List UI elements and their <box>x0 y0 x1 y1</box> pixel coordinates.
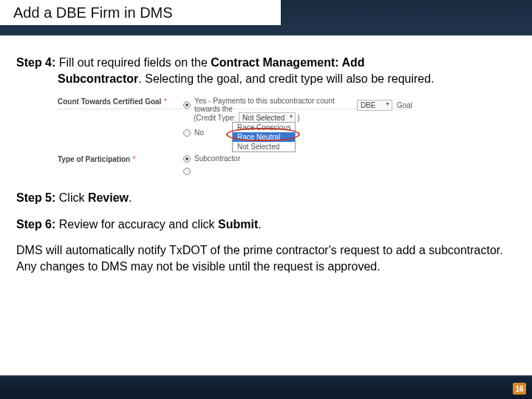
step4-t1: Fill out required fields on the <box>55 56 211 69</box>
step4-t2: . Selecting the goal, and credit type wi… <box>138 72 434 85</box>
type-label: Type of Participation <box>58 155 130 163</box>
goal-select[interactable]: DBE <box>357 100 392 111</box>
step5-b1: Review <box>88 191 129 204</box>
step4-text: Step 4: Fill out required fields on the … <box>16 55 516 86</box>
page-number: 16 <box>513 383 526 395</box>
credit-dropdown[interactable]: Race Conscious Race Neutral Not Selected <box>232 122 296 152</box>
step6-b1: Submit <box>218 218 258 231</box>
radio-subcontractor[interactable] <box>183 155 191 163</box>
sub-label: Subcontractor <box>194 154 240 163</box>
radio-yes[interactable] <box>183 101 191 109</box>
header-divider <box>0 34 532 35</box>
header: Add a DBE Firm in DMS <box>0 0 532 35</box>
note-text: DMS will automatically notify TxDOT of t… <box>16 242 516 274</box>
yes-label: Yes - Payments to this subcontractor cou… <box>194 97 352 113</box>
step6-lead: Step 6: <box>16 218 55 231</box>
step6-text: Step 6: Review for accuracy and click Su… <box>16 216 516 233</box>
credit-label: (Credit Type: <box>194 114 236 122</box>
required-asterisk-2: * <box>132 154 135 163</box>
opt-not-selected[interactable]: Not Selected <box>233 142 295 151</box>
required-asterisk: * <box>163 97 166 106</box>
no-label: No <box>194 129 204 137</box>
count-label: Count Towards Certified Goal <box>58 98 161 106</box>
step5-t1: Click <box>55 191 88 204</box>
page-title: Add a DBE Firm in DMS <box>13 4 173 21</box>
step4-b1: Contract Management: Add <box>211 56 364 69</box>
goal-word: Goal <box>397 101 412 109</box>
radio-other[interactable] <box>183 168 191 175</box>
credit-close: ) <box>297 114 299 122</box>
step5-lead: Step 5: <box>16 191 55 204</box>
body: Step 4: Fill out required fields on the … <box>0 44 532 377</box>
step4-b2: Subcontractor <box>58 72 138 85</box>
form-screenshot: Count Towards Certified Goal * Yes - Pay… <box>58 95 412 177</box>
step5-t2: . <box>129 191 132 204</box>
slide: Add a DBE Firm in DMS Step 4: Fill out r… <box>0 0 532 399</box>
step6-t1: Review for accuracy and click <box>55 218 218 231</box>
step6-t2: . <box>258 218 261 231</box>
step5-text: Step 5: Click Review. <box>16 190 516 206</box>
step4-lead: Step 4: <box>16 56 55 69</box>
footer: 16 <box>0 377 532 399</box>
radio-no[interactable] <box>183 129 191 137</box>
